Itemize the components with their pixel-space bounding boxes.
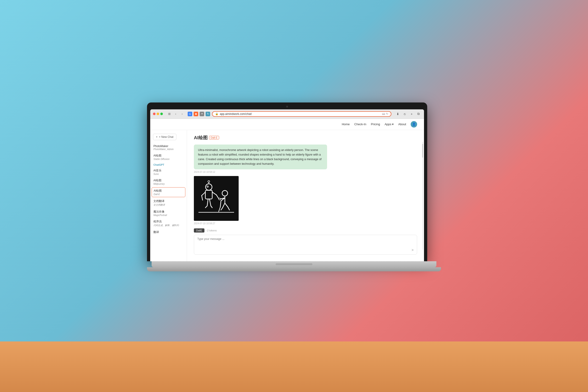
model-badge: DallE xyxy=(194,228,204,232)
sidebar-item-stable-diffusion[interactable]: AI绘图 Stable Diffusion xyxy=(150,152,187,162)
nav-bar: Home Check-In Pricing Apps ▾ About 👤 xyxy=(150,119,424,130)
nav-home[interactable]: Home xyxy=(342,122,350,126)
token-count: -2 tokens xyxy=(206,229,217,232)
camera xyxy=(286,106,288,108)
sidebar-item-title: AI绘图 xyxy=(153,178,183,182)
google-extension-icon[interactable]: G xyxy=(188,112,192,116)
chat-title: AI绘图 Dall-E xyxy=(194,135,417,141)
nav-checkin[interactable]: Check-In xyxy=(354,122,366,126)
sidebar-item-sub: 代码生成、解释、修BUG xyxy=(153,224,183,227)
sidebar-item-title: 程序员 xyxy=(153,220,183,224)
sidebar-item-title: AI绘图 xyxy=(154,189,183,193)
sidebar-item-sub: PhotoMaker_Admin xyxy=(153,148,183,150)
address-bar-actions: 📖 ↻ xyxy=(382,112,388,115)
browser-window: ⊞ ‹ › G ◆ ✦ ↻ 🔒 📖 ↻ xyxy=(150,109,424,261)
dall-e-badge: Dall-E xyxy=(209,136,219,140)
scroll-thumb xyxy=(422,144,423,158)
sidebar-item-doc-translate[interactable]: 文档翻译 全文档翻译 xyxy=(150,198,187,208)
refresh-icon[interactable]: ↻ xyxy=(386,112,388,115)
new-tab-icon[interactable]: + xyxy=(409,111,414,117)
sidebar-item-midjourney[interactable]: AI绘图 Midjourney xyxy=(150,177,187,187)
sidebar-item-sub: Suno xyxy=(153,173,183,175)
sidebar-item-title: AI音乐 xyxy=(153,169,183,172)
sidebar-item-title: PhotoMaker xyxy=(153,144,183,148)
maximize-window-button[interactable] xyxy=(160,112,163,115)
chevron-down-icon: ▾ xyxy=(392,122,394,126)
message-timestamp-1: 2024-07-10 10:58:12 xyxy=(194,171,417,173)
sidebar-item-title: AI绘图 xyxy=(153,154,183,158)
user-avatar[interactable]: 👤 xyxy=(411,121,417,128)
laptop-base xyxy=(152,261,436,267)
plus-icon: + xyxy=(156,135,158,138)
extension-icon-2[interactable]: ◆ xyxy=(194,112,198,116)
tab-overview-icon[interactable]: ⧉ xyxy=(416,111,421,117)
extension-icon-4[interactable]: ↻ xyxy=(206,112,210,116)
send-button[interactable]: ➤ xyxy=(411,248,414,252)
message-input-area: ➤ xyxy=(194,235,417,254)
message-input[interactable] xyxy=(197,237,414,251)
website-content: Home Check-In Pricing Apps ▾ About 👤 xyxy=(150,119,424,261)
sidebar-item-sub: Dall-E xyxy=(154,193,183,196)
address-bar-container[interactable]: 🔒 📖 ↻ xyxy=(212,111,391,117)
sidebar-item-dalle[interactable]: AI绘图 Dall-E xyxy=(152,187,185,197)
trackpad-notch xyxy=(276,263,312,265)
traffic-lights xyxy=(153,112,163,115)
sidebar-item-title: 文档翻译 xyxy=(153,199,183,203)
extension-icon-3[interactable]: ✦ xyxy=(200,112,204,116)
sidebar-section-chatgpt: ChatGPT xyxy=(150,162,187,167)
sidebar: + + New Chat PhotoMaker PhotoMaker_Admin… xyxy=(150,130,187,261)
sidebar-item-sub: MagicPortrait xyxy=(153,214,183,216)
sidebar-item-sub: Stable Diffusion xyxy=(153,158,183,160)
token-info: DallE -2 tokens xyxy=(194,228,417,232)
close-window-button[interactable] xyxy=(153,112,155,115)
content-area: + + New Chat PhotoMaker PhotoMaker_Admin… xyxy=(150,130,424,261)
download-icon[interactable]: ⬇ xyxy=(395,111,401,117)
chat-area: AI绘图 Dall-E Ultra-minimalist, monochrome… xyxy=(187,130,424,261)
laptop-foot xyxy=(147,267,441,271)
minimize-window-button[interactable] xyxy=(157,112,159,115)
browser-actions-right: ⬇ ⎋ + ⧉ xyxy=(395,111,421,117)
reader-icon[interactable]: 📖 xyxy=(382,112,385,115)
nav-pricing[interactable]: Pricing xyxy=(371,122,380,126)
browser-extensions: G ◆ ✦ ↻ xyxy=(188,112,210,116)
new-chat-button[interactable]: + + New Chat xyxy=(153,134,176,140)
sidebar-item-title: 魔法肖像 xyxy=(153,210,183,214)
send-icon: ➤ xyxy=(411,248,414,252)
sidebar-item-magicportrait[interactable]: 魔法肖像 MagicPortrait xyxy=(150,208,187,218)
sidebar-item-photomaker[interactable]: PhotoMaker PhotoMaker_Admin xyxy=(150,143,187,152)
nav-apps[interactable]: Apps ▾ xyxy=(385,122,394,126)
share-icon[interactable]: ⎋ xyxy=(402,111,408,117)
svg-rect-0 xyxy=(194,176,239,221)
browser-navigation: ⊞ ‹ › xyxy=(166,111,185,117)
sidebar-item-sub: 全文档翻译 xyxy=(153,203,183,206)
address-bar[interactable] xyxy=(220,112,381,116)
back-button[interactable]: ‹ xyxy=(173,111,178,117)
image-timestamp: 2024-07-10 10:58:27 xyxy=(194,222,417,225)
sidebar-toggle-button[interactable]: ⊞ xyxy=(166,111,172,117)
browser-chrome: ⊞ ‹ › G ◆ ✦ ↻ 🔒 📖 ↻ xyxy=(150,109,424,119)
lock-icon: 🔒 xyxy=(215,112,218,115)
user-message: Ultra-minimalist, monochrome artwork dep… xyxy=(194,144,327,169)
forward-button[interactable]: › xyxy=(179,111,185,117)
sidebar-item-suno[interactable]: AI音乐 Suno xyxy=(150,167,187,177)
sidebar-item-sub: Midjourney xyxy=(153,183,183,185)
laptop-screen: ⊞ ‹ › G ◆ ✦ ↻ 🔒 📖 ↻ xyxy=(147,102,427,261)
nav-about[interactable]: About xyxy=(398,122,406,126)
sidebar-item-translate[interactable]: 翻译 xyxy=(150,229,187,236)
sidebar-item-programmer[interactable]: 程序员 代码生成、解释、修BUG xyxy=(150,218,187,229)
sidebar-item-title: 翻译 xyxy=(153,230,183,234)
scroll-bar[interactable] xyxy=(422,142,423,250)
generated-image xyxy=(194,176,239,221)
